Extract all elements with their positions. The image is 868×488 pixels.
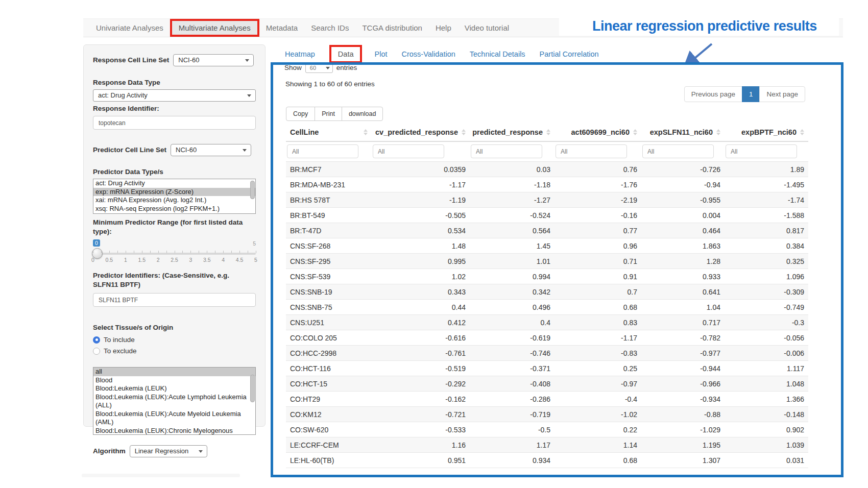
value-cell: 0.464 [641, 223, 725, 238]
slider-tickmark [134, 251, 134, 253]
sort-icon[interactable] [546, 129, 550, 135]
tissue-option-all[interactable]: all [93, 368, 255, 376]
showing-entries-text: Showing 1 to 60 of 60 entries [285, 80, 375, 88]
value-cell: -2.19 [554, 192, 641, 208]
column-header-act609699-nci60[interactable]: act609699_nci60 [554, 123, 641, 141]
slider-tick-label: 3.5 [203, 257, 211, 263]
slider-tickmark [199, 251, 199, 253]
predictor-option-exp-mrna-expression-z-score[interactable]: exp: mRNA Expression (Z-Score) [93, 188, 255, 197]
predictor-option-act-drug-activity[interactable]: act: Drug Activity [93, 179, 255, 188]
cell-line-cell: CO:HT29 [286, 392, 372, 407]
tissue-option-blood[interactable]: Blood [93, 376, 255, 385]
next-page-button[interactable]: Next page [759, 86, 805, 102]
value-cell: -0.4 [554, 392, 641, 407]
cell-line-cell: CNS:SNB-19 [286, 284, 372, 300]
value-cell: 1.16 [372, 437, 470, 453]
nav-item-multivariate-analyses[interactable]: Multivariate Analyses [170, 19, 259, 37]
column-header-expbptf-nci60[interactable]: expBPTF_nci60 [725, 123, 808, 141]
value-cell: 0.004 [641, 208, 725, 223]
algorithm-select[interactable]: Linear Regression [130, 445, 207, 457]
column-header-cellline[interactable]: CellLine [286, 123, 372, 141]
sort-desc-icon [716, 133, 720, 135]
copy-button[interactable]: Copy [286, 107, 315, 121]
sort-icon[interactable] [800, 129, 804, 135]
cell-line-cell: CO:KM12 [286, 407, 372, 422]
filter-input-predicted-response[interactable] [471, 144, 542, 158]
page-length-select[interactable]: 60 [305, 62, 333, 73]
filter-input-cv-predicted-response[interactable] [373, 144, 444, 158]
value-cell: 0.91 [554, 269, 641, 284]
sort-icon[interactable] [462, 129, 466, 135]
response-data-type-select[interactable]: act: Drug Activity [93, 89, 256, 102]
value-cell: 1.117 [725, 361, 808, 376]
download-button[interactable]: download [342, 107, 383, 121]
cell-line-cell: CNS:SNB-75 [286, 300, 372, 315]
sort-icon[interactable] [633, 129, 637, 135]
filter-input-cellline[interactable] [287, 144, 358, 158]
tab-technical-details[interactable]: Technical Details [470, 50, 525, 58]
tissue-option-blood-leukemia-leuk-chronic-myelogenous-leukemia-cml[interactable]: Blood:Leukemia (LEUK):Chronic Myelogenou… [93, 427, 255, 435]
tab-data[interactable]: Data [329, 45, 363, 63]
sort-icon[interactable] [716, 129, 720, 135]
tissue-option-blood-leukemia-leuk[interactable]: Blood:Leukemia (LEUK) [93, 384, 255, 393]
value-cell: 0.902 [725, 422, 808, 437]
column-header-cv-predicted-response[interactable]: cv_predicted_response [372, 123, 470, 141]
filter-input-expbptf-nci60[interactable] [726, 144, 797, 158]
tissue-option-blood-leukemia-leuk-acute-lymphoid-leukemia-all[interactable]: Blood:Leukemia (LEUK):Acute Lymphoid Leu… [93, 393, 255, 410]
sort-icon[interactable] [364, 129, 368, 135]
slider-tickmark [150, 251, 151, 253]
show-entries-suffix: entries [336, 64, 357, 71]
table-row: CNS:SF-2950.9951.010.711.280.325 [286, 254, 808, 269]
nav-item-tcga-distribution[interactable]: TCGA distribution [355, 19, 429, 37]
slider-tick-label: 1.5 [138, 257, 146, 263]
value-cell: 0.68 [554, 300, 641, 315]
value-cell: -0.408 [470, 376, 554, 392]
tissue-option-blood-leukemia-leuk-acute-myeloid-leukemia-aml[interactable]: Blood:Leukemia (LEUK):Acute Myeloid Leuk… [93, 410, 255, 427]
tab-heatmap[interactable]: Heatmap [285, 50, 315, 58]
column-header-inner: expBPTF_nci60 [729, 128, 804, 136]
value-cell: 1.039 [725, 437, 808, 453]
nav-item-help[interactable]: Help [429, 19, 458, 37]
results-tabs: HeatmapDataPlotCross-ValidationTechnical… [285, 45, 613, 63]
predictor-data-types-listbox[interactable]: act: Drug Activityexp: mRNA Expression (… [93, 179, 256, 214]
predictor-cell-line-set-select[interactable]: NCI-60 [171, 144, 251, 156]
tissue-listbox[interactable]: allBloodBlood:Leukemia (LEUK)Blood:Leuke… [93, 367, 256, 435]
nav-item-univariate-analyses[interactable]: Univariate Analyses [89, 19, 170, 37]
nav-item-video-tutorial[interactable]: Video tutorial [458, 19, 516, 37]
tab-plot[interactable]: Plot [374, 50, 387, 58]
min-predictor-range-slider[interactable]: 0 5 00.511.522.533.544.55 [93, 239, 256, 266]
column-header-expslfn11-nci60[interactable]: expSLFN11_nci60 [641, 123, 725, 141]
nav-item-search-ids[interactable]: Search IDs [304, 19, 355, 37]
table-row: CO:HCT-116-0.519-0.3710.25-0.9441.117 [286, 361, 808, 376]
slider-tickmark [142, 251, 142, 253]
value-cell: -0.616 [372, 330, 470, 346]
value-cell: 0.68 [554, 453, 641, 468]
predictor-option-xsq-rna-seq-expression-log2-fpkm-1[interactable]: xsq: RNA-seq Expression (log2 FPKM+1.) [93, 205, 255, 213]
slider-tickmark [239, 251, 240, 253]
page-1-button[interactable]: 1 [742, 86, 760, 102]
scrollbar-thumb[interactable] [250, 181, 255, 199]
predictor-option-xai-mrna-expression-avg-log2-int[interactable]: xai: mRNA Expression (Avg. log2 Int.) [93, 196, 255, 205]
value-cell: -0.761 [372, 346, 470, 361]
export-button-group: CopyPrintdownload [286, 107, 383, 121]
response-identifier-input[interactable] [93, 116, 256, 130]
tissue-exclude-radio[interactable]: To exclude [93, 347, 256, 355]
nav-item-metadata[interactable]: Metadata [259, 19, 305, 37]
value-cell: -1.588 [725, 208, 808, 223]
filter-input-act609699-nci60[interactable] [556, 144, 627, 158]
response-cell-line-set-select[interactable]: NCI-60 [173, 54, 254, 66]
predictor-identifiers-input[interactable] [93, 293, 256, 307]
column-header-predicted-response[interactable]: predicted_response [470, 123, 554, 141]
slider-max-label: 5 [253, 240, 256, 247]
value-cell: 0.77 [554, 223, 641, 238]
previous-page-button[interactable]: Previous page [684, 86, 742, 102]
tab-cross-validation[interactable]: Cross-Validation [401, 50, 455, 58]
tissue-include-radio[interactable]: To include [93, 336, 256, 344]
filter-input-expslfn11-nci60[interactable] [642, 144, 714, 158]
chevron-down-icon [199, 450, 203, 453]
tab-partial-correlation[interactable]: Partial Correlation [540, 50, 599, 58]
print-button[interactable]: Print [315, 107, 342, 121]
table-row: BR:MCF70.03590.030.76-0.7261.89 [286, 162, 808, 177]
scrollbar-thumb[interactable] [250, 375, 255, 402]
value-cell: 0.4 [470, 315, 554, 330]
